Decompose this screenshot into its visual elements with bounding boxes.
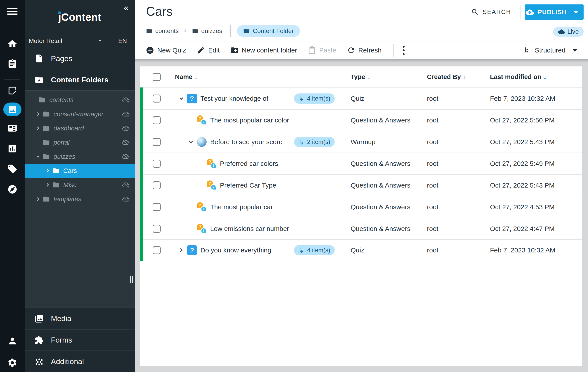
sidebar-item-additional[interactable]: Additional <box>25 350 135 372</box>
jcontent-logo: jContent <box>58 11 101 23</box>
site-switcher-row: Motor Retail EN <box>25 34 135 48</box>
collapse-sidebar-icon[interactable]: « <box>124 3 128 12</box>
tree-item-misc[interactable]: Misc <box>25 178 135 192</box>
table-row[interactable]: ?i Preferred Car Type Question & Answers… <box>140 174 582 196</box>
sidebar-item-forms[interactable]: Forms <box>25 329 135 350</box>
new-content-folder-button[interactable]: New content folder <box>230 46 297 55</box>
breadcrumb-separator-icon <box>183 28 188 34</box>
sidebar-item-content-folders[interactable]: Content Folders <box>25 69 135 91</box>
table-row[interactable]: ?i The most popular car color Question &… <box>140 109 582 131</box>
new-quiz-button[interactable]: New Quiz <box>146 46 186 55</box>
tree-item-dashboard[interactable]: dashboard <box>25 121 135 135</box>
search-icon <box>471 8 479 16</box>
unpublished-cloud-off-icon <box>122 96 129 103</box>
select-all-checkbox[interactable] <box>153 73 161 81</box>
view-mode-dropdown[interactable]: Structured <box>523 46 579 54</box>
sort-arrow-icon: ↓ <box>544 74 547 81</box>
chevron-right-icon[interactable] <box>34 109 42 119</box>
user-icon[interactable] <box>7 336 18 346</box>
hamburger-menu-icon[interactable] <box>7 7 18 16</box>
row-checkbox[interactable] <box>153 116 161 124</box>
site-switcher[interactable]: Motor Retail <box>25 34 110 48</box>
language-selector[interactable]: EN <box>110 34 135 48</box>
settings-gear-icon[interactable] <box>7 357 18 368</box>
table-row[interactable]: ?i Preferred car colors Question & Answe… <box>140 153 582 174</box>
refresh-button[interactable]: Refresh <box>347 46 382 55</box>
subitem-count-badge: ↳4 item(s) <box>294 245 335 255</box>
tree-item-quizzes[interactable]: quizzes <box>25 150 135 164</box>
folder-icon <box>192 28 199 34</box>
chevron-right-icon[interactable] <box>34 195 42 204</box>
column-header-name[interactable]: Name↓ <box>173 73 351 81</box>
table-row[interactable]: ? Do you know everything ↳4 item(s) Quiz… <box>140 239 582 261</box>
sidebar-item-pages[interactable]: Pages <box>25 48 135 69</box>
paste-button[interactable]: Paste <box>308 46 336 55</box>
analytics-icon[interactable] <box>7 143 18 154</box>
chevron-right-icon[interactable] <box>34 124 42 133</box>
cloud-icon <box>558 28 565 35</box>
rail-divider <box>4 79 20 80</box>
breadcrumb-contents[interactable]: contents <box>146 27 179 34</box>
table-row[interactable]: ?i Low emissions car number Question & A… <box>140 218 582 239</box>
explore-icon[interactable] <box>7 184 18 195</box>
chevron-down-icon[interactable] <box>177 94 185 103</box>
chevron-right-icon[interactable] <box>43 180 52 189</box>
edit-button[interactable]: Edit <box>197 46 220 55</box>
table-row[interactable]: Before to see your score ↳2 item(s) Warm… <box>140 131 582 153</box>
column-header-created-by[interactable]: Created By↓ <box>427 73 490 81</box>
page-title: Cars <box>146 4 173 19</box>
jcontent-media-icon[interactable] <box>3 102 21 116</box>
tasks-icon[interactable] <box>7 59 18 69</box>
chevron-down-icon <box>97 38 103 44</box>
table-row[interactable]: ?i The most popular car Question & Answe… <box>140 196 582 218</box>
row-checkbox[interactable] <box>153 181 161 189</box>
column-header-last-modified[interactable]: Last modified on↓ <box>490 73 582 81</box>
folder-icon <box>52 181 60 189</box>
cell-type: Question & Answers <box>351 203 427 211</box>
publish-button[interactable]: PUBLISH <box>525 4 568 20</box>
pencil-icon <box>197 46 205 55</box>
tree-item-templates[interactable]: templates <box>25 192 135 206</box>
tree-item-portal[interactable]: portal <box>25 135 135 150</box>
home-icon[interactable] <box>7 38 18 49</box>
row-checkbox[interactable] <box>153 225 161 233</box>
sidebar-item-media[interactable]: Media <box>25 307 135 329</box>
row-checkbox[interactable] <box>153 246 161 254</box>
sidebar-item-label: Additional <box>51 357 84 366</box>
subitem-arrow-icon: ↳ <box>298 246 304 254</box>
chevron-down-icon[interactable] <box>34 152 42 161</box>
chevron-down-icon <box>573 9 579 15</box>
panel-resize-handle[interactable] <box>130 276 133 283</box>
site-name: Motor Retail <box>29 37 62 44</box>
table-row[interactable]: ? Test your knowledge of ↳4 item(s) Quiz… <box>140 88 582 109</box>
page-composer-icon[interactable] <box>7 85 18 96</box>
chevron-right-icon[interactable] <box>43 166 52 175</box>
folder-icon <box>42 139 50 146</box>
breadcrumb-quizzes[interactable]: quizzes <box>192 27 222 34</box>
subitem-arrow-icon: ↳ <box>298 138 304 146</box>
subitem-arrow-icon: ↳ <box>298 95 304 102</box>
categories-icon[interactable] <box>7 123 18 133</box>
sidebar: jContent « Motor Retail EN Pages Content… <box>25 0 135 372</box>
rail-divider <box>4 330 20 330</box>
breadcrumb-divider <box>230 25 231 37</box>
folder-icon <box>42 153 50 160</box>
sidebar-item-label: Pages <box>51 54 72 63</box>
chevron-right-icon[interactable] <box>177 246 185 254</box>
cell-created-by: root <box>427 95 490 102</box>
tree-item-consent-manager[interactable]: consent-manager <box>25 107 135 121</box>
row-checkbox[interactable] <box>153 160 161 168</box>
row-checkbox[interactable] <box>153 203 161 211</box>
tags-icon[interactable] <box>7 164 18 174</box>
chevron-down-icon[interactable] <box>187 138 195 146</box>
search-button[interactable]: SEARCH <box>471 8 511 16</box>
row-checkbox[interactable] <box>153 95 161 102</box>
tree-item-cars[interactable]: Cars <box>25 164 135 178</box>
row-checkbox[interactable] <box>153 138 161 146</box>
column-header-type[interactable]: Type↓ <box>351 73 427 81</box>
tree-item-contents[interactable]: contents <box>25 93 135 107</box>
more-actions-kebab-icon[interactable] <box>399 44 409 57</box>
media-icon <box>34 314 44 323</box>
unpublished-cloud-off-icon <box>122 153 129 160</box>
publish-menu-arrow[interactable] <box>568 4 584 20</box>
